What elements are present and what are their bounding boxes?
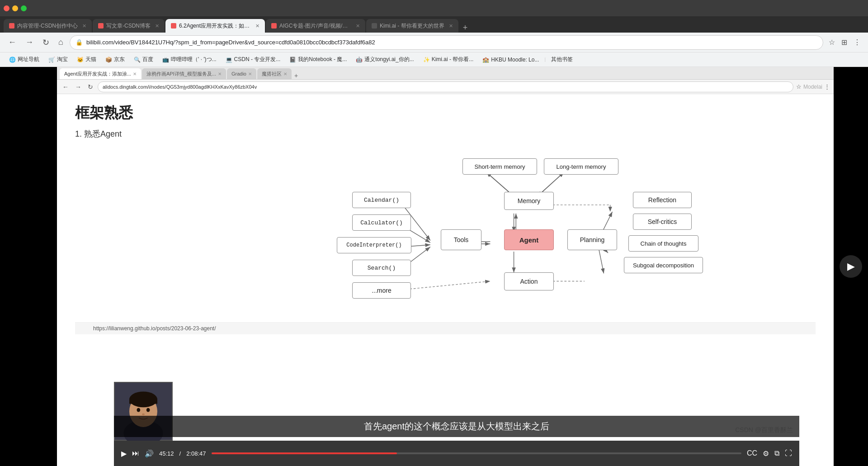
tab-label: 内容管理-CSDN创作中心 xyxy=(17,22,78,30)
bookmark-hkbu[interactable]: 🏫 HKBU Moodle: Lo... xyxy=(479,56,542,64)
inner-address-bar[interactable]: alidocs.dingtalk.com/i/nodes/QG53mjyd800… xyxy=(98,81,793,92)
inner-tab-close-3[interactable]: ✕ xyxy=(248,71,252,76)
navigation-bar: ← → ↻ ⌂ 🔒 bilibili.com/video/BV184421U7H… xyxy=(0,33,868,52)
bookmark-icon: 🌐 xyxy=(9,57,16,63)
inner-tab-2[interactable]: 涂鸦作画API详情_模型服务及... ✕ xyxy=(142,68,226,79)
tab-close-2[interactable]: ✕ xyxy=(155,23,159,29)
progress-bar[interactable] xyxy=(212,452,741,454)
volume-button[interactable]: 🔊 xyxy=(145,449,154,458)
inner-tab-close-4[interactable]: ✕ xyxy=(283,71,287,76)
inner-new-tab-button[interactable]: + xyxy=(292,72,300,79)
browser-tab-3[interactable]: 6.2Agent应用开发实践：如何... ✕ xyxy=(165,19,265,33)
bookmark-separator: | xyxy=(544,57,546,62)
title-bar xyxy=(0,0,868,16)
new-tab-button[interactable]: + xyxy=(459,23,472,33)
bookmark-baidu[interactable]: 🔍 百度 xyxy=(130,55,157,64)
bookmark-notebook[interactable]: 📓 我的Notebook - 魔... xyxy=(286,55,350,64)
bilibili-logo-area: ▶ xyxy=(840,255,862,278)
inner-tab-label: 魔搭社区 xyxy=(262,71,282,77)
bookmark-wangzhi[interactable]: 🌐 网址导航 xyxy=(5,55,43,64)
bookmark-icon: 🏫 xyxy=(482,57,489,63)
bookmark-taobao[interactable]: 🛒 淘宝 xyxy=(45,55,71,64)
tab-close-3[interactable]: ✕ xyxy=(255,23,259,29)
bookmark-other[interactable]: 其他书签 xyxy=(547,55,576,64)
browser-tabs-bar: 内容管理-CSDN创作中心 ✕ 写文章-CSDN博客 ✕ 6.2Agent应用开… xyxy=(0,16,868,33)
inner-tab-close-2[interactable]: ✕ xyxy=(218,71,222,76)
pip-icon[interactable]: ⧉ xyxy=(774,449,779,457)
inner-bookmark-button[interactable]: ☆ xyxy=(796,83,802,90)
time-separator: / xyxy=(179,450,181,457)
chain-of-thoughts-box: Chain of thoughts xyxy=(628,235,698,252)
settings-button[interactable]: ⋮ xyxy=(852,36,863,48)
cc-button[interactable]: CC xyxy=(747,449,757,457)
tab-close-5[interactable]: ✕ xyxy=(449,23,453,29)
inner-tab-1[interactable]: Agent应用开发实战：添加涂... ✕ xyxy=(60,68,141,79)
forward-button[interactable]: → xyxy=(23,36,36,49)
collections-button[interactable]: ⊞ xyxy=(840,36,849,48)
self-critics-box: Self-critics xyxy=(633,214,692,230)
address-bar[interactable]: 🔒 bilibili.com/video/BV184421U7Hq/?spm_i… xyxy=(70,35,823,50)
svg-rect-29 xyxy=(129,399,157,404)
inner-tabs-bar: Agent应用开发实战：添加涂... ✕ 涂鸦作画API详情_模型服务及... … xyxy=(57,67,834,80)
inner-more-button[interactable]: ⋮ xyxy=(824,83,830,90)
inner-reload-button[interactable]: ↻ xyxy=(86,82,95,91)
bookmark-jingdong[interactable]: 📦 京东 xyxy=(102,55,128,64)
browser-tab-5[interactable]: Kimi.ai - 帮你看更大的世界 ✕ xyxy=(366,19,458,33)
bookmark-icon: 📓 xyxy=(289,57,296,63)
bookmark-star-button[interactable]: ☆ xyxy=(827,36,837,48)
inner-tab-4[interactable]: 魔搭社区 ✕ xyxy=(257,68,292,79)
play-button[interactable]: ▶ xyxy=(121,449,127,458)
tab-close-1[interactable]: ✕ xyxy=(82,23,86,29)
bilibili-play-button[interactable]: ▶ xyxy=(840,255,862,278)
inner-tab-close-1[interactable]: ✕ xyxy=(133,71,137,76)
video-area: Agent应用开发实战：添加涂... ✕ 涂鸦作画API详情_模型服务及... … xyxy=(57,67,834,466)
inner-forward-button[interactable]: → xyxy=(73,82,83,91)
subtitle-bar: 首先agent的这个概念应该是从大模型出来之后 xyxy=(114,416,799,437)
window-controls xyxy=(4,5,27,11)
home-button[interactable]: ⌂ xyxy=(56,36,66,49)
maximize-button[interactable] xyxy=(21,5,27,11)
main-content-area: Agent应用开发实战：添加涂... ✕ 涂鸦作画API详情_模型服务及... … xyxy=(0,67,868,466)
inner-back-button[interactable]: ← xyxy=(61,82,71,91)
bookmark-tongyi[interactable]: 🤖 通义tongyi.ai_你的... xyxy=(352,55,417,64)
tools-box: Tools xyxy=(441,229,481,250)
minimize-button[interactable] xyxy=(12,5,18,11)
bookmark-icon: 🛒 xyxy=(48,57,55,63)
svg-point-30 xyxy=(137,408,140,412)
browser-tab-2[interactable]: 写文章-CSDN博客 ✕ xyxy=(93,19,165,33)
agent-diagram: Short-term memory Long-term memory Memor… xyxy=(242,150,649,322)
inner-browser: Agent应用开发实战：添加涂... ✕ 涂鸦作画API详情_模型服务及... … xyxy=(57,67,834,343)
browser-chrome: 内容管理-CSDN创作中心 ✕ 写文章-CSDN博客 ✕ 6.2Agent应用开… xyxy=(0,0,868,67)
reload-button[interactable]: ↻ xyxy=(40,36,52,49)
browser-tab-1[interactable]: 内容管理-CSDN创作中心 ✕ xyxy=(4,19,92,33)
fullscreen-icon[interactable]: ⛶ xyxy=(785,449,792,457)
inner-watermark: Modelai xyxy=(803,83,822,90)
bookmark-tianmao[interactable]: 🐱 天猫 xyxy=(73,55,100,64)
bookmark-csdn[interactable]: 💻 CSDN - 专业开发... xyxy=(222,55,284,64)
agent-box: Agent xyxy=(504,229,554,250)
slide-content: 框架熟悉 1. 熟悉Agent xyxy=(57,94,834,343)
bookmark-bilibili[interactable]: 📺 哔哩哔哩（' · ')つ... xyxy=(159,55,220,64)
back-button[interactable]: ← xyxy=(5,36,19,49)
search-box: Search() xyxy=(352,260,411,276)
tab-close-4[interactable]: ✕ xyxy=(356,23,360,29)
tab-label: Kimi.ai - 帮你看更大的世界 xyxy=(380,22,444,30)
close-button[interactable] xyxy=(4,5,9,11)
slide-reference-url: https://lilianweng.github.io/posts/2023-… xyxy=(75,322,816,334)
bookmark-icon: 🔍 xyxy=(134,57,141,63)
svg-line-17 xyxy=(402,281,490,290)
browser-tab-4[interactable]: AIGC专题-图片/声音/视频/Age... ✕ xyxy=(266,19,365,33)
memory-box: Memory xyxy=(504,192,554,210)
code-interpreter-box: CodeInterpreter() xyxy=(337,237,411,253)
bookmark-label: 其他书签 xyxy=(551,56,573,63)
inner-nav-icons: ☆ Modelai ⋮ xyxy=(796,83,830,90)
bookmark-label: Kimi.ai - 帮你看... xyxy=(432,56,474,63)
bookmark-kimi[interactable]: ✨ Kimi.ai - 帮你看... xyxy=(420,55,477,64)
settings-icon[interactable]: ⚙ xyxy=(763,449,769,458)
bookmark-label: 京东 xyxy=(114,56,125,63)
next-button[interactable]: ⏭ xyxy=(132,449,139,457)
inner-tab-3[interactable]: Gradio ✕ xyxy=(227,68,256,79)
subgoal-decomposition-box: Subgoal decomposition xyxy=(624,257,703,273)
bookmark-icon: 🐱 xyxy=(77,57,84,63)
inner-tab-label: 涂鸦作画API详情_模型服务及... xyxy=(146,71,216,77)
